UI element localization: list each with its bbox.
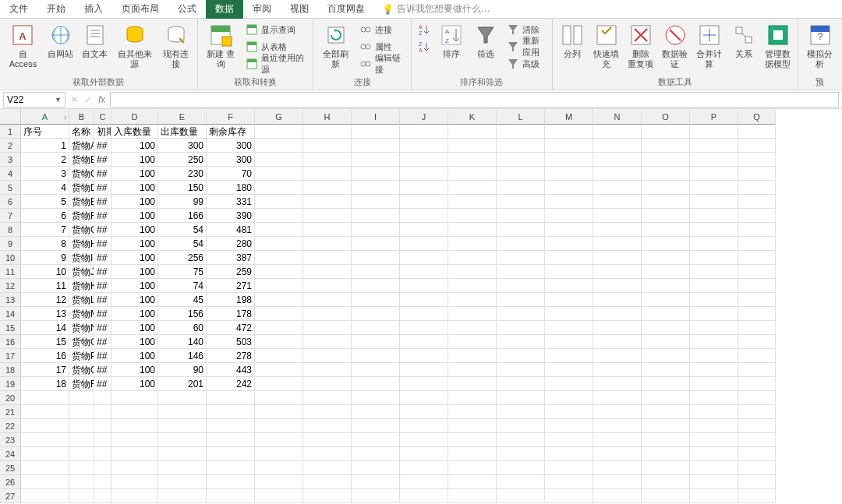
cell[interactable]: [593, 307, 642, 321]
row-header-24[interactable]: 24: [0, 447, 21, 461]
cell[interactable]: [497, 139, 545, 153]
tab-开始[interactable]: 开始: [37, 0, 75, 19]
sort-button[interactable]: AZ 排序: [435, 21, 468, 61]
datatool-6[interactable]: 管理数据模型: [762, 21, 794, 71]
cell[interactable]: [690, 195, 738, 209]
cell[interactable]: [545, 321, 593, 335]
cell[interactable]: [545, 237, 593, 251]
cell[interactable]: 300: [207, 139, 255, 153]
cell[interactable]: ##: [94, 307, 111, 321]
cell[interactable]: [545, 195, 593, 209]
cell[interactable]: 7: [21, 223, 69, 237]
cell[interactable]: [400, 419, 448, 433]
cell[interactable]: [400, 223, 448, 237]
cell[interactable]: 443: [207, 363, 255, 377]
cell[interactable]: [400, 279, 448, 293]
select-all-corner[interactable]: [0, 109, 21, 125]
cell[interactable]: [69, 461, 94, 475]
cell[interactable]: [690, 419, 738, 433]
cell[interactable]: 100: [111, 181, 158, 195]
cell[interactable]: [158, 391, 207, 405]
row-header-16[interactable]: 16: [0, 335, 21, 349]
cell[interactable]: 1: [21, 139, 69, 153]
cell[interactable]: [738, 223, 776, 237]
cell[interactable]: [400, 209, 448, 223]
cell[interactable]: [255, 489, 303, 503]
cell[interactable]: [690, 447, 738, 461]
cell[interactable]: [448, 153, 497, 167]
cell[interactable]: [497, 223, 545, 237]
cell[interactable]: [497, 419, 545, 433]
cell[interactable]: [255, 209, 303, 223]
cell[interactable]: [593, 433, 642, 447]
row-header-23[interactable]: 23: [0, 433, 21, 447]
datatool-1[interactable]: 快速填充: [590, 21, 623, 71]
cell[interactable]: [690, 391, 738, 405]
cell[interactable]: [303, 251, 352, 265]
cell[interactable]: [497, 363, 545, 377]
cell[interactable]: 75: [158, 265, 207, 279]
cell[interactable]: 331: [207, 195, 255, 209]
col-header-M[interactable]: M: [545, 109, 593, 125]
row-header-26[interactable]: 26: [0, 475, 21, 489]
row-header-20[interactable]: 20: [0, 391, 21, 405]
cell[interactable]: [303, 377, 352, 391]
cell[interactable]: [94, 489, 111, 503]
cell[interactable]: [69, 419, 94, 433]
cell[interactable]: [497, 335, 545, 349]
cell[interactable]: 货物M: [69, 307, 94, 321]
cell[interactable]: [642, 153, 690, 167]
cell[interactable]: [207, 405, 255, 419]
cell[interactable]: 初期: [94, 125, 111, 139]
tab-插入[interactable]: 插入: [75, 0, 112, 19]
datatool-3[interactable]: 数据验证: [659, 21, 692, 71]
cell[interactable]: [593, 279, 642, 293]
fx-button[interactable]: fx: [98, 94, 105, 105]
cell[interactable]: [255, 153, 303, 167]
cell[interactable]: [111, 419, 158, 433]
row-header-25[interactable]: 25: [0, 461, 21, 475]
whatif-button[interactable]: ? 模拟分析: [801, 21, 839, 71]
cell[interactable]: [400, 335, 448, 349]
name-box[interactable]: V22 ▼: [3, 92, 65, 107]
cell[interactable]: [448, 293, 497, 307]
cell[interactable]: [642, 293, 690, 307]
cell[interactable]: [690, 377, 738, 391]
cell[interactable]: [400, 461, 448, 475]
cell[interactable]: [690, 307, 738, 321]
cell[interactable]: ##: [94, 293, 111, 307]
cell[interactable]: 货物Q: [69, 363, 94, 377]
col-header-I[interactable]: I: [352, 109, 400, 125]
cell[interactable]: [21, 489, 69, 503]
cell[interactable]: [255, 139, 303, 153]
cell[interactable]: [545, 475, 593, 489]
cell[interactable]: 5: [21, 195, 69, 209]
cell[interactable]: 150: [158, 181, 207, 195]
cell[interactable]: [352, 209, 400, 223]
datatool-5[interactable]: 关系: [727, 21, 760, 61]
cell[interactable]: [111, 489, 158, 503]
cell[interactable]: [642, 223, 690, 237]
cell[interactable]: 100: [111, 153, 158, 167]
cell[interactable]: 入库数量: [111, 125, 158, 139]
cell[interactable]: [448, 307, 497, 321]
cell[interactable]: [738, 265, 776, 279]
cell[interactable]: 货物J: [69, 265, 94, 279]
cell[interactable]: [593, 237, 642, 251]
cell[interactable]: 100: [111, 279, 158, 293]
cell[interactable]: [448, 405, 497, 419]
cell[interactable]: [158, 419, 207, 433]
cell[interactable]: [352, 405, 400, 419]
row-header-1[interactable]: 1: [0, 125, 21, 139]
cell[interactable]: 472: [207, 321, 255, 335]
cell[interactable]: [255, 125, 303, 139]
cell[interactable]: [303, 307, 352, 321]
grp3-items-item-0[interactable]: 连接: [356, 21, 408, 38]
cell[interactable]: [448, 363, 497, 377]
tab-视图[interactable]: 视图: [281, 0, 318, 19]
cell[interactable]: 货物K: [69, 279, 94, 293]
row-header-5[interactable]: 5: [0, 181, 21, 195]
cell[interactable]: 货物D: [69, 181, 94, 195]
row-header-11[interactable]: 11: [0, 265, 21, 279]
cell[interactable]: [738, 419, 776, 433]
